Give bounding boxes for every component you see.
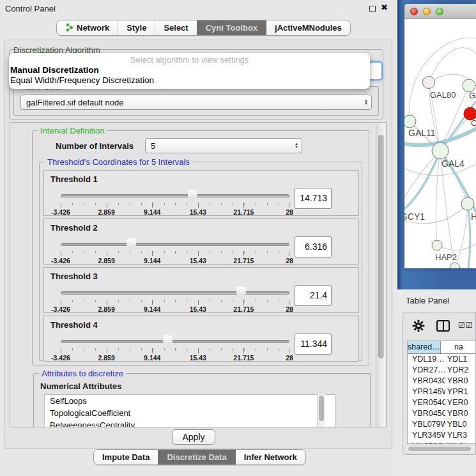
bottom-tabbar: Impute Data Discretize Data Infer Networ… bbox=[93, 449, 306, 465]
close-traffic-light-icon[interactable] bbox=[410, 8, 418, 15]
table-toolbar: ☑☑ bbox=[403, 312, 475, 339]
tab-network[interactable]: Network bbox=[57, 20, 118, 35]
threshold-3-value[interactable]: 21.4 bbox=[295, 285, 332, 306]
slider-ticks bbox=[61, 251, 289, 256]
table-hscrollbar[interactable] bbox=[407, 445, 476, 452]
table-row[interactable]: YBL079W YBL0 bbox=[408, 419, 476, 430]
table-panel-box: ☑☑ shared… na YDL19… YDL1 YDR27… YDR2 YB… bbox=[403, 312, 476, 455]
close-icon[interactable]: ✖ bbox=[381, 3, 388, 12]
table-row[interactable]: YDL19… YDL1 bbox=[408, 354, 476, 365]
threshold-3-slider[interactable]: -3.4262.8599.14415.4321.71528 bbox=[61, 287, 289, 312]
slider-handle[interactable] bbox=[163, 335, 173, 348]
table-row[interactable]: YPR145W YPR1 bbox=[408, 387, 476, 397]
slider-track[interactable] bbox=[61, 291, 289, 295]
node-label-gcy1: GCY1 bbox=[404, 211, 425, 222]
table-row[interactable]: YIL052C YIL0 bbox=[408, 441, 476, 444]
numerical-attributes-list[interactable]: SelfLoopsTopologicalCoefficientBetweenne… bbox=[44, 394, 335, 427]
table-row[interactable]: YDR27… YDR2 bbox=[408, 365, 476, 376]
column-header-shared-name[interactable]: shared… bbox=[408, 341, 441, 353]
control-panel: Control Panel ✖ Network Style Select Cyn… bbox=[0, 0, 397, 476]
zoom-traffic-light-icon[interactable] bbox=[436, 8, 443, 15]
float-window-icon[interactable] bbox=[369, 6, 376, 12]
cell-shared-name: YBR045C bbox=[408, 408, 445, 419]
slider-handle[interactable] bbox=[188, 190, 197, 202]
tab-jactivemnodules[interactable]: jActiveMNodules bbox=[266, 20, 350, 35]
node-gal4[interactable] bbox=[432, 142, 449, 159]
number-of-intervals-label: Number of Intervals bbox=[56, 141, 134, 151]
tab-infer-network[interactable]: Infer Network bbox=[235, 450, 305, 464]
attribute-list-item[interactable]: BetweennessCentrality bbox=[45, 419, 335, 427]
scrollbar-thumb[interactable] bbox=[378, 135, 384, 358]
list-scrollbar[interactable] bbox=[317, 394, 325, 427]
node-label-cut-ga: GA bbox=[469, 91, 476, 100]
gear-icon[interactable] bbox=[412, 319, 425, 332]
cell-name: YPR1 bbox=[445, 387, 476, 397]
table-data-combobox[interactable]: galFiltered.sif default node ▲▼ bbox=[20, 95, 372, 110]
table-panel: Table Panel bbox=[397, 289, 476, 476]
node-top-right[interactable] bbox=[463, 79, 475, 92]
cell-name: YLR3 bbox=[445, 430, 476, 441]
network-window: GAL80 GA C GAL11 GAL4 GCY1 H HAP2 bbox=[404, 4, 476, 268]
threshold-1-panel: Threshold 1 -3.4262.8599.14415.4321.7152… bbox=[43, 170, 359, 216]
table-panel-title: Table Panel bbox=[406, 296, 449, 305]
tab-cyni-toolbox[interactable]: Cyni Toolbox bbox=[197, 20, 266, 35]
node-label-gal4: GAL4 bbox=[441, 158, 464, 169]
apply-button[interactable]: Apply bbox=[172, 429, 215, 445]
dropdown-item-manual[interactable]: Manual Discretization bbox=[9, 65, 370, 75]
slider-track[interactable] bbox=[61, 243, 289, 246]
threshold-1-value[interactable]: 14.713 bbox=[295, 188, 332, 209]
cell-shared-name: YBR043C bbox=[408, 376, 445, 387]
slider-handle[interactable] bbox=[127, 238, 136, 250]
node-hap2[interactable] bbox=[432, 240, 442, 250]
network-canvas[interactable]: GAL80 GA C GAL11 GAL4 GCY1 H HAP2 bbox=[404, 19, 476, 268]
attribute-list-item[interactable]: TopologicalCoefficient bbox=[45, 407, 335, 419]
scrollbar-thumb[interactable] bbox=[408, 447, 471, 451]
node-bottom[interactable] bbox=[450, 263, 460, 268]
network-frame: GAL80 GA C GAL11 GAL4 GCY1 H HAP2 bbox=[397, 0, 476, 289]
threshold-1-slider[interactable]: -3.4262.8599.14415.4321.71528 bbox=[61, 190, 289, 215]
tab-impute-data[interactable]: Impute Data bbox=[94, 450, 158, 464]
node-table[interactable]: shared… na YDL19… YDL1 YDR27… YDR2 YBR04… bbox=[407, 341, 476, 444]
column-header-name[interactable]: na bbox=[441, 341, 476, 353]
tab-style[interactable]: Style bbox=[118, 20, 155, 35]
slider-track[interactable] bbox=[61, 340, 289, 343]
threshold-4-value[interactable]: 11.344 bbox=[295, 334, 332, 355]
threshold-label: Threshold 3 bbox=[50, 272, 98, 281]
table-body: YDL19… YDL1 YDR27… YDR2 YBR043C YBR0 YPR… bbox=[408, 354, 476, 444]
table-header: shared… na bbox=[408, 341, 476, 354]
top-tabbar: Network Style Select Cyni Toolbox jActiv… bbox=[56, 20, 351, 36]
settings-scrollbar[interactable] bbox=[376, 123, 385, 427]
number-of-intervals-value: 5 bbox=[146, 141, 291, 151]
network-window-titlebar[interactable] bbox=[404, 4, 476, 19]
tab-select[interactable]: Select bbox=[155, 20, 196, 35]
attribute-list-item[interactable]: SelfLoops bbox=[45, 395, 335, 407]
node-left[interactable] bbox=[404, 115, 416, 128]
slider-handle[interactable] bbox=[236, 287, 246, 299]
dropdown-item-equal-width[interactable]: Equal Width/Frequency Discretization bbox=[9, 75, 370, 85]
threshold-2-value[interactable]: 6.316 bbox=[295, 236, 332, 257]
select-columns-icon[interactable]: ☑☑ bbox=[458, 321, 473, 330]
table-row[interactable]: YBR045C YBR0 bbox=[408, 408, 476, 419]
table-row[interactable]: YLR345W YLR3 bbox=[408, 430, 476, 441]
split-panel-icon[interactable] bbox=[436, 320, 450, 332]
threshold-4-slider[interactable]: -3.4262.8599.14415.4321.71528 bbox=[61, 335, 289, 361]
cell-shared-name: YBL079W bbox=[408, 419, 445, 430]
node-label-hap2: HAP2 bbox=[435, 252, 457, 262]
node-right-mid[interactable] bbox=[461, 197, 474, 210]
cell-name: YBR0 bbox=[445, 376, 476, 387]
threshold-2-slider[interactable]: -3.4262.8599.14415.4321.71528 bbox=[61, 238, 289, 264]
slider-scale: -3.4262.8599.14415.4321.71528 bbox=[61, 208, 289, 216]
cell-shared-name: YLR345W bbox=[408, 430, 445, 441]
slider-track[interactable] bbox=[61, 194, 289, 197]
cell-name: YBR0 bbox=[445, 408, 476, 419]
node-gal80[interactable] bbox=[423, 77, 435, 89]
table-row[interactable]: YER054C YER0 bbox=[408, 397, 476, 408]
threshold-label: Threshold 4 bbox=[50, 320, 98, 330]
minimize-traffic-light-icon[interactable] bbox=[423, 8, 431, 15]
control-panel-titlebar: Control Panel ✖ bbox=[0, 0, 397, 17]
number-of-intervals-combobox[interactable]: 5 ▲▼ bbox=[145, 138, 302, 153]
thresholds-title: Threshold's Coordinates for 5 Intervals bbox=[45, 157, 192, 167]
table-row[interactable]: YBR043C YBR0 bbox=[408, 376, 476, 387]
tab-discretize-data[interactable]: Discretize Data bbox=[158, 450, 234, 464]
threshold-4-panel: Threshold 4 -3.4262.8599.14415.4321.7152… bbox=[43, 316, 359, 362]
